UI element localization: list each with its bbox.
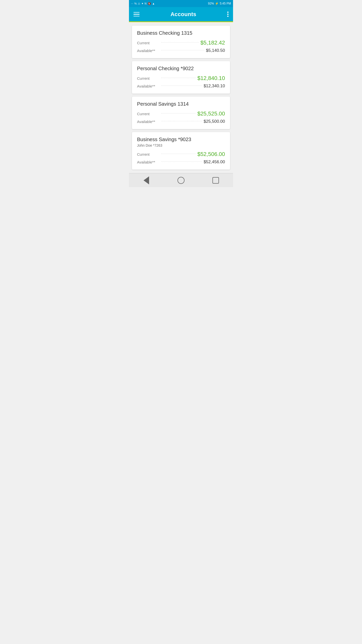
app-bar: Accounts (129, 7, 233, 22)
status-bar: ··· % ⚠ ✦ N 🔇 ▲ 92% ⚡ 5:45 PM (129, 0, 233, 7)
available-value: $5,140.50 (206, 48, 225, 53)
dotted-separator (161, 162, 202, 162)
dotted-separator (161, 113, 196, 113)
page-title: Accounts (170, 11, 196, 18)
back-button[interactable] (139, 174, 154, 186)
battery-icon: ⚡ (215, 2, 219, 5)
recents-button[interactable] (208, 174, 223, 186)
account-subname: John Doe *7263 (137, 143, 225, 147)
available-balance-row: Available** $25,500.00 (137, 119, 225, 124)
dotted-separator (161, 121, 202, 121)
dotted-separator (161, 78, 196, 78)
account-name: Personal Checking *9022 (137, 66, 225, 71)
account-card-business-checking[interactable]: Business Checking 1315 Current $5,182.42… (132, 26, 230, 58)
account-card-personal-savings[interactable]: Personal Savings 1314 Current $25,525.00… (132, 97, 230, 129)
more-options-button[interactable] (227, 12, 229, 17)
dotted-separator (161, 42, 199, 43)
current-balance-row: Current $12,840.10 (137, 75, 225, 82)
current-label: Current (137, 152, 160, 156)
available-label: Available** (137, 160, 160, 164)
current-value: $5,182.42 (200, 39, 225, 46)
available-value: $12,340.10 (204, 84, 225, 89)
recents-icon (212, 177, 219, 184)
home-button[interactable] (173, 174, 189, 186)
status-icons-left: ··· % ⚠ ✦ N 🔇 ▲ (131, 2, 155, 5)
battery-percent: 92% (208, 2, 214, 5)
current-label: Current (137, 41, 160, 45)
current-label: Current (137, 76, 160, 80)
account-name: Personal Savings 1314 (137, 101, 225, 107)
current-value: $25,525.00 (197, 110, 225, 117)
dotted-separator (161, 154, 196, 154)
available-label: Available** (137, 84, 160, 88)
navigation-bar (129, 173, 233, 187)
account-card-business-savings[interactable]: Business Savings *9023 John Doe *7263 Cu… (132, 132, 230, 170)
wifi-icon: ▲ (152, 2, 155, 5)
bluetooth-icon: ✦ (141, 2, 144, 5)
accounts-list: Business Checking 1315 Current $5,182.42… (129, 22, 233, 173)
available-balance-row: Available** $52,456.00 (137, 159, 225, 165)
menu-button[interactable] (133, 12, 140, 17)
percent-icon: % (134, 2, 137, 5)
dotted-separator (161, 50, 204, 50)
mute-icon: 🔇 (148, 2, 151, 5)
account-name: Business Savings *9023 (137, 137, 225, 142)
current-balance-row: Current $5,182.42 (137, 39, 225, 46)
current-value: $52,506.00 (197, 151, 225, 157)
available-balance-row: Available** $5,140.50 (137, 48, 225, 53)
current-balance-row: Current $52,506.00 (137, 151, 225, 157)
account-name: Business Checking 1315 (137, 30, 225, 36)
home-icon (177, 177, 185, 184)
nfc-icon: N (145, 2, 147, 5)
available-label: Available** (137, 49, 160, 53)
dotted-separator (161, 86, 202, 86)
available-label: Available** (137, 119, 160, 124)
back-icon (144, 176, 149, 184)
available-balance-row: Available** $12,340.10 (137, 84, 225, 89)
status-icons-right: 92% ⚡ 5:45 PM (208, 2, 231, 5)
available-value: $52,456.00 (204, 159, 225, 165)
notification-icon: ··· (131, 2, 133, 5)
current-value: $12,840.10 (197, 75, 225, 82)
current-balance-row: Current $25,525.00 (137, 110, 225, 117)
account-card-personal-checking[interactable]: Personal Checking *9022 Current $12,840.… (132, 61, 230, 94)
available-value: $25,500.00 (204, 119, 225, 124)
time-display: 5:45 PM (220, 2, 231, 5)
current-label: Current (137, 112, 160, 116)
warning-icon: ⚠ (138, 2, 140, 5)
